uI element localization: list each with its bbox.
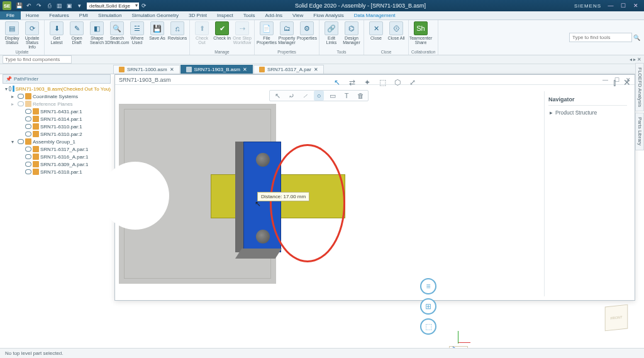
doc-tab[interactable]: SRN71-6317_A.par✕ (253, 65, 324, 74)
tab-inspect[interactable]: Inspect (212, 11, 238, 20)
check-in-button[interactable]: ✔Check In (213, 21, 231, 45)
display-status-button[interactable]: ▤Display Status (3, 21, 21, 49)
close-tab-icon[interactable]: ✕ (243, 67, 247, 72)
part-style-combo[interactable]: default,Solid Edge (87, 3, 139, 9)
visibility-icon[interactable] (25, 154, 31, 159)
properties-button[interactable]: ⚙Properties (297, 21, 316, 45)
tab-view[interactable]: View (287, 11, 308, 20)
qat-drop-icon[interactable]: ▾ (75, 2, 83, 9)
tab-data-management[interactable]: Data Management (349, 11, 401, 20)
secbar-right-controls[interactable]: ◂ ▸ ✕ (630, 57, 641, 62)
tree-node[interactable]: SRN71-6316_A.par:1 (3, 153, 111, 160)
qat-redo-icon[interactable]: ↷ (35, 2, 43, 9)
doc-tab[interactable]: SRN71-1903_B.asm✕ (180, 65, 253, 74)
navigator-item[interactable]: ▸ Product Structure (548, 106, 627, 120)
close-doc-button[interactable]: ✕Close (367, 21, 386, 40)
tree-node[interactable]: SRN71-6310.par:1 (3, 123, 111, 130)
tree-node[interactable]: ▸Coordinate Systems (3, 92, 111, 100)
doc-minimize[interactable]: — (602, 77, 608, 83)
tab-simulation-geometry[interactable]: Simulation Geometry (126, 11, 184, 20)
section-tool[interactable]: ⬚ (377, 77, 387, 87)
file-properties-button[interactable]: 📄File Properties (257, 21, 276, 45)
display-tool[interactable]: ⬡ (392, 77, 402, 87)
view-box-button[interactable]: ⬚ (420, 318, 436, 335)
tab-floefd[interactable]: FLOEFD Analysis (635, 63, 644, 111)
visibility-icon[interactable] (25, 162, 31, 167)
visibility-icon[interactable] (18, 139, 24, 144)
visibility-icon[interactable] (18, 94, 24, 99)
rectangle-tool[interactable]: ▭ (328, 91, 338, 101)
qat-undo-icon[interactable]: ↶ (25, 2, 33, 9)
select-tool[interactable]: ↖ (332, 77, 342, 87)
tree-node[interactable]: SRN71-6318.par:1 (3, 168, 111, 176)
property-manager-button[interactable]: 🗂Property Manager (277, 21, 296, 45)
tree-node[interactable]: ▾SRN71-1903_B.asm(Checked Out To You) (3, 85, 111, 92)
file-menu[interactable]: File (0, 11, 21, 20)
tab-3d-print[interactable]: 3D Print (184, 11, 212, 20)
qat-view-icon[interactable]: ▥ (55, 2, 63, 9)
pin-icon[interactable]: 📌 (6, 76, 12, 82)
freehand-tool[interactable]: ⤾ (286, 91, 296, 101)
visibility-icon[interactable] (25, 131, 31, 137)
view-grid-button[interactable]: ⊞ (420, 298, 436, 315)
tree-node[interactable]: SRN71-6317_A.par:1 (3, 145, 111, 153)
tree-node[interactable]: ▸Reference Planes (3, 100, 111, 108)
open-draft-button[interactable]: ✎Open Draft (67, 21, 86, 45)
tab-flow-analysis[interactable]: Flow Analysis (308, 11, 348, 20)
tab-parts-library[interactable]: Parts Library (635, 113, 644, 150)
qat-print-icon[interactable]: ⎙ (45, 2, 53, 9)
panel-toggle[interactable]: ⫿ (613, 77, 617, 87)
close-tab-icon[interactable]: ✕ (170, 67, 174, 72)
visibility-icon[interactable] (9, 86, 11, 91)
save-as-button[interactable]: 💾Save As (148, 21, 167, 45)
tab-home[interactable]: Home (21, 11, 44, 20)
twisty-icon[interactable]: ▸ (11, 94, 16, 99)
view-list-button[interactable]: ≡ (420, 278, 436, 294)
visibility-icon[interactable] (25, 124, 31, 129)
tree-node[interactable]: SRN71-6314.par:1 (3, 115, 111, 123)
explode-tool[interactable]: ✦ (362, 77, 372, 87)
visibility-icon[interactable] (25, 116, 31, 121)
maximize-button[interactable]: ☐ (618, 1, 629, 10)
text-tool[interactable]: T (341, 91, 352, 101)
panel-close[interactable]: ✕ (623, 77, 631, 87)
combo-refresh-icon[interactable]: ⟳ (142, 3, 147, 9)
tree-node[interactable]: SRN71-6309_A.par:1 (3, 160, 111, 168)
tree-node[interactable]: SRN71-6431.par:1 (3, 108, 111, 115)
visibility-icon[interactable] (25, 147, 31, 152)
teamcenter-share-button[interactable]: ShTeamcenter Share (411, 21, 430, 45)
markup-ellipse[interactable] (270, 144, 345, 262)
one-step-workflow-button[interactable]: ⇢One Step Workflow (233, 21, 252, 45)
search-go-icon[interactable]: 🔍 (633, 35, 640, 41)
viewport[interactable]: Distance: 17.00 mm ↖ (119, 104, 540, 296)
visibility-icon[interactable] (18, 101, 24, 106)
measure-tool[interactable]: ⤢ (408, 77, 418, 87)
circle-tool[interactable]: ○ (314, 91, 324, 101)
tree-node[interactable]: SRN71-6310.par:2 (3, 130, 111, 138)
pan-tool[interactable]: ⇄ (347, 77, 357, 87)
nav-cube[interactable]: FRONT (605, 305, 628, 332)
twisty-icon[interactable]: ▾ (5, 86, 8, 92)
tab-features[interactable]: Features (44, 11, 74, 20)
close-tab-icon[interactable]: ✕ (314, 67, 318, 72)
line-tool[interactable]: ⟋ (300, 91, 310, 101)
pathfinder-header[interactable]: 📌 PathFinder (3, 74, 111, 84)
delete-tool[interactable]: 🗑 (355, 91, 365, 101)
twisty-icon[interactable]: ▾ (11, 139, 16, 145)
twisty-icon[interactable]: ▸ (11, 101, 16, 107)
shape-search-button[interactable]: ◧Shape Search (87, 21, 106, 45)
tab-tools[interactable]: Tools (238, 11, 260, 20)
search-3dfindit-button[interactable]: 🔍Search 3Dfindit.com (108, 21, 126, 45)
doc-tab[interactable]: SRN71-1000.asm✕ (113, 65, 180, 74)
component-search-input[interactable] (3, 55, 72, 64)
tab-simulation[interactable]: Simulation (93, 11, 126, 20)
design-manager-button[interactable]: ⌬Design Manager (342, 21, 361, 45)
get-latest-button[interactable]: ⬇Get Latest (47, 21, 66, 45)
tree-node[interactable]: ▾Assembly Group_1 (3, 138, 111, 145)
close-button[interactable]: ✕ (630, 1, 641, 10)
update-status-info-button[interactable]: ⟳Update Status Info (23, 21, 42, 49)
qat-window-icon[interactable]: ▣ (65, 2, 73, 9)
edit-links-button[interactable]: 🔗Edit Links (322, 21, 341, 45)
visibility-icon[interactable] (25, 109, 31, 114)
visibility-icon[interactable] (25, 169, 31, 174)
